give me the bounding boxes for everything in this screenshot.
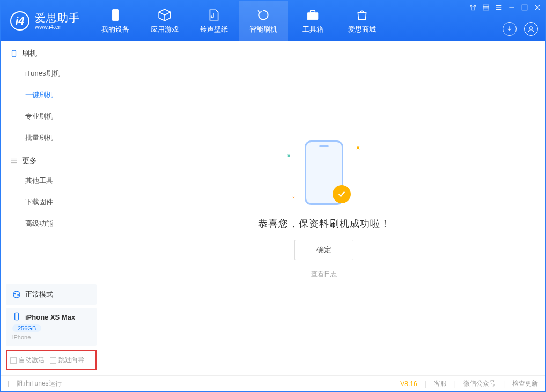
- sidebar-item-download-firmware[interactable]: 下载固件: [1, 191, 102, 213]
- block-itunes-checkbox[interactable]: 阻止iTunes运行: [8, 379, 62, 388]
- minimize-icon[interactable]: [508, 4, 515, 11]
- list-icon[interactable]: [482, 4, 490, 11]
- close-icon[interactable]: [534, 4, 541, 11]
- sidebar-item-onekey-flash[interactable]: 一键刷机: [1, 84, 102, 106]
- sidebar-section-more: 更多: [1, 149, 102, 170]
- svg-rect-3: [483, 5, 489, 10]
- window-controls-top: [469, 4, 541, 11]
- device-card[interactable]: iPhone XS Max 256GB iPhone: [6, 308, 97, 346]
- download-button[interactable]: [503, 22, 517, 36]
- bag-icon: [355, 8, 369, 22]
- sparkle-icon: ✦: [285, 152, 292, 159]
- nav-label: 爱思商城: [348, 25, 376, 34]
- nav-apps-games[interactable]: 应用游戏: [140, 1, 189, 41]
- sidebar-item-pro-flash[interactable]: 专业刷机: [1, 106, 102, 127]
- section-title: 刷机: [22, 49, 37, 58]
- sidebar: 刷机 iTunes刷机 一键刷机 专业刷机 批量刷机 更多 其他工具 下载固件 …: [1, 41, 102, 375]
- ok-button[interactable]: 确定: [294, 240, 353, 260]
- svg-rect-10: [522, 5, 527, 10]
- body: 刷机 iTunes刷机 一键刷机 专业刷机 批量刷机 更多 其他工具 下载固件 …: [1, 41, 545, 375]
- nav-label: 应用游戏: [151, 25, 179, 34]
- checkmark-badge-icon: [333, 185, 351, 203]
- support-link[interactable]: 客服: [434, 379, 447, 388]
- options-highlighted: 自动激活 跳过向导: [6, 350, 97, 370]
- app-title: 爱思助手: [35, 12, 80, 24]
- nav-my-device[interactable]: 我的设备: [91, 1, 140, 41]
- user-button[interactable]: [524, 22, 538, 36]
- mode-icon: [12, 290, 21, 299]
- success-message: 恭喜您，保资料刷机成功啦！: [258, 217, 390, 230]
- sidebar-item-batch-flash[interactable]: 批量刷机: [1, 127, 102, 149]
- section-title: 更多: [22, 156, 37, 166]
- refresh-shield-icon: [256, 8, 270, 22]
- logo-icon: i4: [10, 11, 29, 31]
- maximize-icon[interactable]: [521, 4, 528, 11]
- sparkle-icon: ✦: [291, 195, 297, 201]
- skip-guide-checkbox[interactable]: 跳过向导: [50, 356, 84, 365]
- device-type: iPhone: [12, 334, 90, 341]
- sparkle-icon: ✦: [353, 144, 363, 153]
- svg-rect-15: [12, 50, 16, 57]
- main-content: ✦ ✦ ✦ 恭喜您，保资料刷机成功啦！ 确定 查看日志: [102, 41, 545, 375]
- view-log-link[interactable]: 查看日志: [311, 270, 337, 279]
- svg-rect-2: [311, 10, 315, 12]
- music-file-icon: [207, 8, 221, 22]
- svg-point-14: [530, 27, 533, 29]
- menu-lines-icon: [10, 157, 18, 165]
- nav-toolbox[interactable]: 工具箱: [288, 1, 337, 41]
- menu-icon[interactable]: [495, 4, 503, 11]
- auto-activate-checkbox[interactable]: 自动激活: [10, 356, 45, 365]
- nav-label: 我的设备: [101, 25, 129, 34]
- window-controls-bottom: [503, 22, 538, 36]
- nav-ringtone-wallpaper[interactable]: 铃声壁纸: [189, 1, 239, 41]
- wechat-link[interactable]: 微信公众号: [463, 379, 496, 388]
- version-label: V8.16: [400, 380, 417, 388]
- device-pane: 正常模式 iPhone XS Max 256GB iPhone 自动激活 跳过向…: [1, 281, 102, 375]
- device-name: iPhone XS Max: [25, 313, 75, 321]
- top-nav: 我的设备 应用游戏 铃声壁纸 智能刷机 工具箱 爱思商城: [91, 1, 387, 41]
- check-update-link[interactable]: 检查更新: [512, 379, 538, 388]
- sidebar-item-itunes-flash[interactable]: iTunes刷机: [1, 63, 102, 84]
- nav-label: 铃声壁纸: [200, 25, 228, 34]
- mode-label: 正常模式: [25, 290, 53, 299]
- app-logo: i4 爱思助手 www.i4.cn: [1, 1, 91, 41]
- nav-label: 工具箱: [302, 25, 323, 34]
- svg-rect-0: [113, 9, 119, 21]
- svg-rect-1: [307, 12, 318, 19]
- sidebar-item-advanced[interactable]: 高级功能: [1, 213, 102, 234]
- nav-label: 智能刷机: [249, 25, 277, 34]
- app-subtitle: www.i4.cn: [35, 24, 80, 30]
- header: i4 爱思助手 www.i4.cn 我的设备 应用游戏 铃声壁纸 智能刷机 工具…: [1, 1, 545, 41]
- success-illustration: ✦ ✦ ✦: [276, 138, 372, 208]
- sidebar-item-other-tools[interactable]: 其他工具: [1, 170, 102, 191]
- svg-point-21: [18, 294, 19, 295]
- shirt-icon[interactable]: [469, 4, 477, 11]
- nav-smart-flash[interactable]: 智能刷机: [239, 1, 288, 41]
- cube-icon: [158, 8, 172, 22]
- svg-rect-22: [15, 313, 19, 320]
- svg-point-19: [13, 291, 20, 298]
- device-icon: [12, 312, 21, 322]
- svg-point-20: [14, 293, 16, 294]
- toolbox-icon: [306, 8, 320, 22]
- phone-outline-icon: [10, 50, 18, 57]
- nav-store[interactable]: 爱思商城: [337, 1, 387, 41]
- storage-badge: 256GB: [12, 324, 41, 332]
- mode-card[interactable]: 正常模式: [6, 284, 97, 305]
- phone-icon: [108, 8, 122, 22]
- sidebar-section-flash: 刷机: [1, 41, 102, 63]
- footer: 阻止iTunes运行 V8.16 | 客服 | 微信公众号 | 检查更新: [1, 375, 545, 391]
